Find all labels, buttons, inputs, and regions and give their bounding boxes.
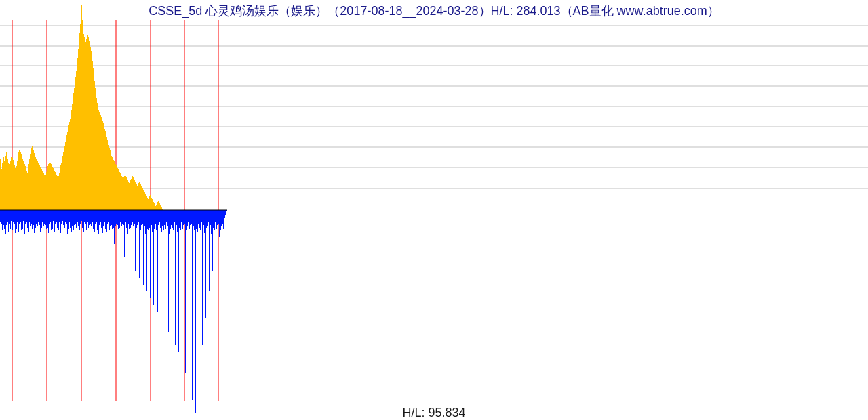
svg-rect-301	[31, 210, 31, 230]
svg-rect-441	[125, 210, 126, 222]
svg-rect-528	[184, 210, 185, 224]
svg-rect-116	[68, 129, 68, 210]
svg-rect-150	[91, 51, 92, 210]
svg-rect-124	[73, 93, 74, 210]
svg-rect-331	[51, 210, 52, 230]
svg-rect-72	[38, 163, 39, 210]
svg-rect-284	[19, 210, 20, 224]
svg-rect-141	[85, 41, 85, 210]
svg-rect-399	[97, 210, 98, 230]
svg-rect-386	[88, 210, 89, 228]
svg-rect-148	[90, 44, 90, 210]
svg-rect-23	[5, 159, 5, 210]
svg-rect-215	[135, 182, 136, 210]
svg-rect-254	[161, 207, 162, 210]
svg-rect-113	[66, 139, 66, 210]
svg-rect-498	[164, 210, 165, 225]
svg-rect-342	[58, 210, 59, 230]
svg-rect-168	[103, 123, 104, 210]
svg-rect-226	[142, 188, 143, 210]
svg-rect-134	[80, 24, 81, 210]
svg-rect-206	[129, 183, 130, 210]
svg-rect-288	[22, 210, 22, 225]
svg-rect-210	[132, 177, 132, 210]
svg-rect-37	[14, 165, 15, 210]
svg-rect-580	[220, 210, 220, 228]
svg-rect-376	[81, 210, 82, 221]
svg-rect-453	[134, 210, 134, 230]
svg-rect-263	[5, 210, 5, 222]
svg-rect-249	[158, 201, 159, 210]
svg-rect-46	[20, 152, 21, 210]
svg-rect-507	[170, 210, 171, 229]
svg-rect-187	[116, 165, 117, 210]
svg-rect-75	[40, 167, 41, 210]
svg-rect-469	[144, 210, 145, 226]
svg-rect-411	[105, 210, 106, 229]
svg-rect-30	[9, 164, 10, 210]
svg-rect-28	[8, 163, 9, 210]
svg-rect-557	[204, 210, 205, 233]
svg-rect-184	[114, 161, 115, 210]
svg-rect-526	[183, 210, 184, 225]
svg-rect-392	[92, 210, 93, 222]
svg-rect-317	[41, 210, 42, 228]
svg-rect-408	[103, 210, 104, 226]
svg-rect-463	[140, 210, 141, 230]
svg-rect-42	[18, 156, 18, 210]
svg-rect-505	[169, 210, 170, 234]
svg-rect-393	[93, 210, 94, 229]
svg-rect-434	[121, 210, 121, 233]
svg-rect-50	[23, 161, 24, 210]
chart-canvas	[0, 0, 868, 420]
svg-rect-153	[93, 68, 94, 210]
svg-rect-292	[24, 210, 25, 234]
svg-rect-412	[106, 210, 106, 225]
svg-rect-567	[211, 210, 212, 234]
svg-rect-426	[115, 210, 116, 226]
svg-rect-160	[98, 107, 98, 210]
svg-rect-511	[173, 210, 174, 230]
svg-rect-487	[157, 210, 157, 226]
svg-rect-321	[44, 210, 45, 224]
svg-rect-230	[145, 194, 146, 210]
svg-rect-542	[194, 210, 195, 230]
svg-rect-27	[7, 159, 8, 210]
svg-rect-65	[33, 150, 34, 210]
svg-rect-378	[83, 210, 83, 225]
svg-rect-362	[72, 210, 73, 226]
svg-rect-579	[219, 210, 220, 237]
svg-rect-405	[101, 210, 102, 228]
svg-rect-214	[134, 180, 135, 210]
svg-rect-25	[6, 152, 7, 210]
svg-rect-379	[83, 210, 84, 232]
svg-rect-377	[82, 210, 83, 228]
svg-rect-252	[160, 205, 161, 210]
svg-rect-517	[177, 210, 178, 232]
svg-rect-158	[96, 98, 97, 210]
svg-rect-547	[197, 210, 198, 232]
svg-rect-532	[187, 210, 188, 226]
svg-rect-120	[71, 115, 71, 210]
svg-rect-16	[0, 159, 1, 210]
svg-rect-436	[122, 210, 123, 224]
svg-rect-445	[128, 210, 129, 224]
svg-rect-354	[66, 210, 67, 224]
svg-rect-89	[50, 161, 50, 210]
svg-rect-529	[185, 210, 186, 373]
svg-rect-357	[68, 210, 69, 229]
svg-rect-38	[15, 168, 16, 210]
svg-rect-403	[100, 210, 100, 229]
svg-rect-564	[209, 210, 210, 291]
svg-rect-524	[182, 210, 182, 359]
svg-rect-544	[195, 210, 196, 413]
svg-rect-513	[174, 210, 175, 222]
svg-rect-20	[3, 154, 3, 210]
svg-rect-508	[171, 210, 172, 225]
svg-rect-305	[33, 210, 34, 225]
svg-rect-554	[202, 210, 203, 345]
svg-rect-171	[105, 131, 106, 210]
svg-rect-280	[16, 210, 17, 229]
svg-rect-17	[1, 164, 1, 210]
svg-rect-53	[25, 166, 26, 210]
